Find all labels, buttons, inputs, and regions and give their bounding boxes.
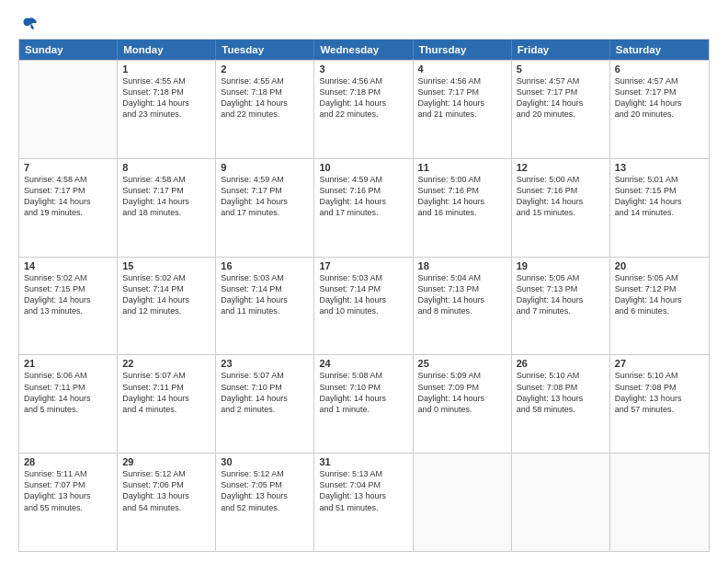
day-number: 9 (221, 162, 309, 173)
day-number: 29 (122, 456, 210, 467)
day-number: 12 (517, 162, 605, 173)
weekday-header: Thursday (414, 40, 512, 60)
day-number: 7 (24, 162, 112, 173)
calendar-cell: 4Sunrise: 4:56 AM Sunset: 7:17 PM Daylig… (414, 61, 512, 158)
cell-info: Sunrise: 5:08 AM Sunset: 7:10 PM Dayligh… (319, 370, 407, 415)
day-number: 5 (517, 63, 605, 75)
logo-bird-icon (20, 17, 39, 31)
weekday-header: Sunday (19, 40, 118, 60)
day-number: 30 (221, 456, 309, 467)
weekday-header: Friday (512, 40, 610, 60)
cell-info: Sunrise: 5:11 AM Sunset: 7:07 PM Dayligh… (24, 468, 112, 513)
calendar-cell: 11Sunrise: 5:00 AM Sunset: 7:16 PM Dayli… (414, 159, 512, 257)
cell-info: Sunrise: 5:12 AM Sunset: 7:05 PM Dayligh… (221, 468, 309, 513)
calendar-body: 1Sunrise: 4:55 AM Sunset: 7:18 PM Daylig… (19, 60, 709, 551)
cell-info: Sunrise: 5:06 AM Sunset: 7:11 PM Dayligh… (24, 370, 112, 415)
cell-info: Sunrise: 5:03 AM Sunset: 7:14 PM Dayligh… (221, 272, 309, 317)
cell-info: Sunrise: 4:55 AM Sunset: 7:18 PM Dayligh… (221, 75, 309, 121)
day-number: 14 (24, 260, 112, 271)
cell-info: Sunrise: 5:10 AM Sunset: 7:08 PM Dayligh… (517, 370, 605, 415)
calendar-row: 21Sunrise: 5:06 AM Sunset: 7:11 PM Dayli… (19, 354, 709, 453)
calendar-cell: 3Sunrise: 4:56 AM Sunset: 7:18 PM Daylig… (314, 61, 413, 158)
cell-info: Sunrise: 4:57 AM Sunset: 7:17 PM Dayligh… (517, 75, 605, 121)
calendar-cell: 15Sunrise: 5:02 AM Sunset: 7:14 PM Dayli… (118, 258, 216, 355)
cell-info: Sunrise: 5:12 AM Sunset: 7:06 PM Dayligh… (122, 468, 210, 513)
calendar-cell (512, 454, 610, 551)
calendar-cell: 7Sunrise: 4:58 AM Sunset: 7:17 PM Daylig… (19, 159, 118, 257)
day-number: 8 (122, 162, 210, 173)
calendar-cell: 13Sunrise: 5:01 AM Sunset: 7:15 PM Dayli… (610, 159, 709, 257)
day-number: 31 (319, 456, 407, 467)
cell-info: Sunrise: 5:07 AM Sunset: 7:11 PM Dayligh… (122, 370, 210, 415)
calendar-cell: 9Sunrise: 4:59 AM Sunset: 7:17 PM Daylig… (216, 159, 314, 257)
day-number: 4 (418, 63, 506, 75)
calendar: SundayMondayTuesdayWednesdayThursdayFrid… (18, 39, 710, 552)
calendar-cell (414, 454, 512, 551)
day-number: 20 (615, 260, 704, 271)
weekday-header: Wednesday (314, 40, 413, 60)
calendar-cell: 12Sunrise: 5:00 AM Sunset: 7:16 PM Dayli… (512, 159, 610, 257)
weekday-header: Saturday (610, 40, 709, 60)
day-number: 10 (319, 162, 407, 173)
calendar-cell: 30Sunrise: 5:12 AM Sunset: 7:05 PM Dayli… (216, 454, 314, 551)
cell-info: Sunrise: 4:58 AM Sunset: 7:17 PM Dayligh… (122, 174, 210, 219)
calendar-cell: 8Sunrise: 4:58 AM Sunset: 7:17 PM Daylig… (118, 159, 216, 257)
calendar-cell: 27Sunrise: 5:10 AM Sunset: 7:08 PM Dayli… (610, 355, 709, 453)
calendar-cell: 17Sunrise: 5:03 AM Sunset: 7:14 PM Dayli… (314, 258, 413, 355)
day-number: 1 (122, 63, 210, 75)
cell-info: Sunrise: 5:00 AM Sunset: 7:16 PM Dayligh… (517, 174, 605, 219)
day-number: 27 (615, 358, 704, 369)
cell-info: Sunrise: 5:05 AM Sunset: 7:12 PM Dayligh… (615, 272, 704, 317)
calendar-cell: 29Sunrise: 5:12 AM Sunset: 7:06 PM Dayli… (118, 454, 216, 551)
cell-info: Sunrise: 5:02 AM Sunset: 7:15 PM Dayligh… (24, 272, 112, 317)
cell-info: Sunrise: 4:58 AM Sunset: 7:17 PM Dayligh… (24, 174, 112, 219)
calendar-cell: 28Sunrise: 5:11 AM Sunset: 7:07 PM Dayli… (19, 454, 118, 551)
day-number: 13 (615, 162, 704, 173)
cell-info: Sunrise: 5:01 AM Sunset: 7:15 PM Dayligh… (615, 174, 704, 219)
day-number: 18 (418, 260, 506, 271)
day-number: 15 (122, 260, 210, 271)
page: SundayMondayTuesdayWednesdayThursdayFrid… (0, 0, 728, 563)
calendar-cell: 2Sunrise: 4:55 AM Sunset: 7:18 PM Daylig… (216, 61, 314, 158)
cell-info: Sunrise: 5:10 AM Sunset: 7:08 PM Dayligh… (615, 370, 704, 415)
cell-info: Sunrise: 4:56 AM Sunset: 7:17 PM Dayligh… (418, 75, 506, 121)
calendar-cell (19, 61, 118, 158)
calendar-cell: 16Sunrise: 5:03 AM Sunset: 7:14 PM Dayli… (216, 258, 314, 355)
weekday-header: Tuesday (216, 40, 314, 60)
calendar-cell: 18Sunrise: 5:04 AM Sunset: 7:13 PM Dayli… (414, 258, 512, 355)
logo (18, 17, 39, 31)
cell-info: Sunrise: 4:59 AM Sunset: 7:17 PM Dayligh… (221, 174, 309, 219)
cell-info: Sunrise: 4:56 AM Sunset: 7:18 PM Dayligh… (319, 75, 407, 121)
cell-info: Sunrise: 5:13 AM Sunset: 7:04 PM Dayligh… (319, 468, 407, 513)
day-number: 11 (418, 162, 506, 173)
calendar-cell (610, 454, 709, 551)
calendar-cell: 22Sunrise: 5:07 AM Sunset: 7:11 PM Dayli… (118, 355, 216, 453)
calendar-cell: 1Sunrise: 4:55 AM Sunset: 7:18 PM Daylig… (118, 61, 216, 158)
cell-info: Sunrise: 4:59 AM Sunset: 7:16 PM Dayligh… (319, 174, 407, 219)
cell-info: Sunrise: 5:03 AM Sunset: 7:14 PM Dayligh… (319, 272, 407, 317)
day-number: 6 (615, 63, 704, 75)
day-number: 26 (517, 358, 605, 369)
header (18, 17, 710, 31)
day-number: 21 (24, 358, 112, 369)
calendar-row: 1Sunrise: 4:55 AM Sunset: 7:18 PM Daylig… (19, 60, 709, 158)
calendar-cell: 26Sunrise: 5:10 AM Sunset: 7:08 PM Dayli… (512, 355, 610, 453)
cell-info: Sunrise: 5:02 AM Sunset: 7:14 PM Dayligh… (122, 272, 210, 317)
day-number: 17 (319, 260, 407, 271)
calendar-cell: 5Sunrise: 4:57 AM Sunset: 7:17 PM Daylig… (512, 61, 610, 158)
cell-info: Sunrise: 5:04 AM Sunset: 7:13 PM Dayligh… (418, 272, 506, 317)
calendar-cell: 21Sunrise: 5:06 AM Sunset: 7:11 PM Dayli… (19, 355, 118, 453)
calendar-cell: 6Sunrise: 4:57 AM Sunset: 7:17 PM Daylig… (610, 61, 709, 158)
weekday-header: Monday (118, 40, 216, 60)
day-number: 28 (24, 456, 112, 467)
day-number: 25 (418, 358, 506, 369)
day-number: 3 (319, 63, 407, 75)
calendar-cell: 25Sunrise: 5:09 AM Sunset: 7:09 PM Dayli… (414, 355, 512, 453)
calendar-row: 28Sunrise: 5:11 AM Sunset: 7:07 PM Dayli… (19, 453, 709, 551)
day-number: 2 (221, 63, 309, 75)
calendar-header: SundayMondayTuesdayWednesdayThursdayFrid… (19, 40, 709, 60)
calendar-row: 7Sunrise: 4:58 AM Sunset: 7:17 PM Daylig… (19, 158, 709, 257)
day-number: 24 (319, 358, 407, 369)
cell-info: Sunrise: 5:00 AM Sunset: 7:16 PM Dayligh… (418, 174, 506, 219)
day-number: 16 (221, 260, 309, 271)
